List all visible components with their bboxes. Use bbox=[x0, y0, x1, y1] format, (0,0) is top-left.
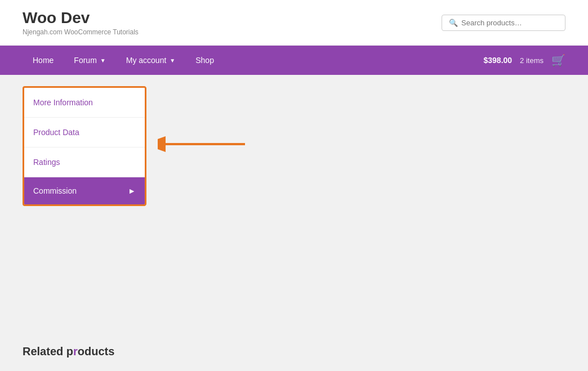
tab-box: More Information Product Data Ratings Co… bbox=[23, 86, 146, 206]
related-products-title: Related products bbox=[23, 345, 565, 358]
site-header: Woo Dev Njengah.com WooCommerce Tutorial… bbox=[0, 0, 588, 46]
commission-chevron-icon: ► bbox=[128, 186, 136, 195]
forum-dropdown-arrow: ▼ bbox=[100, 57, 106, 64]
main-nav: Home Forum ▼ My account ▼ Shop $398.00 2… bbox=[0, 46, 588, 75]
tab-commission[interactable]: Commission ► bbox=[24, 177, 145, 204]
cart-area: $398.00 2 items 🛒 bbox=[483, 53, 565, 67]
arrow-icon bbox=[158, 134, 248, 154]
cart-icon[interactable]: 🛒 bbox=[551, 53, 565, 67]
cart-count: 2 items bbox=[520, 56, 544, 65]
cart-price: $398.00 bbox=[483, 56, 512, 65]
search-box[interactable]: 🔍 bbox=[442, 15, 565, 31]
site-title: Woo Dev bbox=[23, 9, 139, 27]
main-content: More Information Product Data Ratings Co… bbox=[0, 75, 588, 334]
tab-ratings[interactable]: Ratings bbox=[24, 147, 145, 177]
search-input[interactable] bbox=[461, 19, 558, 27]
search-icon: 🔍 bbox=[449, 19, 458, 27]
tab-more-information[interactable]: More Information bbox=[24, 88, 145, 118]
tab-product-data[interactable]: Product Data bbox=[24, 118, 145, 147]
arrow-annotation bbox=[158, 134, 248, 154]
related-products-section: Related products bbox=[0, 334, 588, 371]
nav-item-forum[interactable]: Forum ▼ bbox=[64, 46, 115, 75]
nav-links: Home Forum ▼ My account ▼ Shop bbox=[23, 46, 224, 75]
nav-item-myaccount[interactable]: My account ▼ bbox=[116, 46, 186, 75]
site-subtitle: Njengah.com WooCommerce Tutorials bbox=[23, 28, 139, 36]
nav-item-home[interactable]: Home bbox=[23, 46, 64, 75]
myaccount-dropdown-arrow: ▼ bbox=[170, 57, 175, 64]
sidebar-panel: More Information Product Data Ratings Co… bbox=[23, 86, 146, 323]
site-branding: Woo Dev Njengah.com WooCommerce Tutorial… bbox=[23, 9, 139, 36]
annotation-area bbox=[158, 86, 565, 323]
nav-item-shop[interactable]: Shop bbox=[185, 46, 224, 75]
